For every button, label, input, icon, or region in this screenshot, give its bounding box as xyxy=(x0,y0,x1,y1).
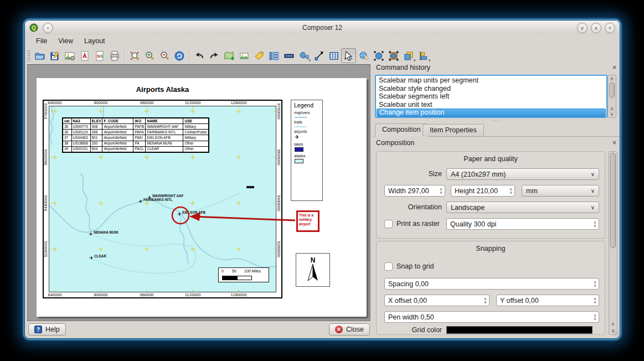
scroll-up-icon[interactable]: ∧ xyxy=(608,76,616,81)
minimize-button[interactable]: ∨ xyxy=(577,23,588,33)
scroll-up-icon[interactable]: ∧ xyxy=(608,106,616,111)
composer-canvas[interactable]: Airports Alaska xyxy=(27,64,370,321)
menu-view[interactable]: View xyxy=(53,36,79,46)
table-header-cell: ELEV xyxy=(90,118,102,124)
north-label: N xyxy=(311,256,316,264)
refresh-icon[interactable] xyxy=(172,48,187,63)
command-history-item[interactable]: Scalebar segments left xyxy=(377,92,606,101)
splitter-handle[interactable]: ··· xyxy=(373,118,620,123)
zoom-full-icon[interactable] xyxy=(127,48,142,63)
export-svg-icon[interactable]: SG xyxy=(92,48,107,63)
y-offset-spinner[interactable]: Y offset 0,00∧∨ xyxy=(496,295,599,306)
print-icon[interactable] xyxy=(107,48,122,63)
zoom-in-icon[interactable] xyxy=(142,48,157,63)
annotation-item[interactable]: This is a military airport xyxy=(296,210,320,232)
zoom-out-icon[interactable] xyxy=(157,48,172,63)
table-header-cell: cat xyxy=(63,118,71,124)
table-row: 35US99779408Airport/AirfieldPAFBWAINWRIG… xyxy=(63,124,209,130)
units-select[interactable]: mm∨ xyxy=(522,185,599,197)
command-history-item[interactable]: Scalebar style changed xyxy=(377,85,606,93)
grid-color-button[interactable] xyxy=(446,326,593,334)
menu-file[interactable]: File xyxy=(30,36,53,46)
scrollbar-thumb[interactable] xyxy=(609,82,615,98)
command-history-list[interactable]: Scalebar map units per segmentScalebar s… xyxy=(375,75,607,118)
print-as-raster-checkbox[interactable] xyxy=(384,220,393,228)
lakes-symbol-icon xyxy=(295,147,303,152)
add-scalebar-icon[interactable] xyxy=(281,48,296,63)
command-history-item[interactable]: Change item position xyxy=(377,109,606,117)
composition-panel-scrollbar[interactable]: ∧ ∨ xyxy=(609,151,617,335)
coordinate-label: 5440000 xyxy=(276,192,281,214)
tab-item-properties[interactable]: Item Properties xyxy=(423,124,484,136)
spinner-arrows-icon: ∧∨ xyxy=(509,188,513,194)
add-shape-icon[interactable]: ∨ xyxy=(296,48,311,63)
table-row: 37US49463501Airport/AirfieldPAEIEIELSON … xyxy=(63,135,209,141)
redo-icon[interactable] xyxy=(207,48,221,63)
spinner-arrows-icon: ∧∨ xyxy=(440,188,444,194)
scrollbar-thumb[interactable] xyxy=(610,153,616,248)
coordinate-label: 1280000 xyxy=(228,293,250,297)
snap-to-grid-checkbox[interactable] xyxy=(384,262,393,271)
add-legend-icon[interactable] xyxy=(266,48,281,63)
north-arrow-left-half xyxy=(308,264,313,281)
command-history-item[interactable]: Scalebar map units per segment xyxy=(377,76,606,85)
move-item-content-icon[interactable] xyxy=(356,48,371,63)
close-dialog-button[interactable]: ✕ Close xyxy=(329,323,370,336)
group-items-icon[interactable] xyxy=(371,48,386,63)
command-history-item[interactable]: Scalebar unit text xyxy=(377,101,606,109)
add-map-icon[interactable] xyxy=(221,48,236,63)
scalebar-segment-white xyxy=(237,276,252,280)
paper-size-select[interactable]: A4 (210x297 mm)∨ xyxy=(446,168,599,180)
menu-layout[interactable]: Layout xyxy=(79,36,111,46)
add-image-icon[interactable] xyxy=(236,48,251,63)
paper-width-spinner[interactable]: Width 297,00∧∨ xyxy=(384,185,445,197)
titlebar[interactable]: Q Composer 12 ∨ ∧ × xyxy=(25,20,620,35)
coordinate-label: 960000 xyxy=(136,293,158,297)
undo-icon[interactable] xyxy=(192,48,207,63)
x-offset-spinner[interactable]: X offset 0,00∧∨ xyxy=(384,295,490,306)
ungroup-items-icon[interactable] xyxy=(386,48,401,63)
coordinate-label: 5600000 xyxy=(44,146,48,168)
command-history-scrollbar[interactable]: ∧ ∧ ∨ xyxy=(607,75,616,118)
resize-grip[interactable] xyxy=(614,331,619,337)
airport-marker-icon: ✈ xyxy=(89,255,94,261)
maximize-button[interactable]: ∧ xyxy=(591,23,601,33)
window-menu-button[interactable] xyxy=(43,23,53,33)
map-title-label[interactable]: Airports Alaska xyxy=(43,85,282,94)
save-template-icon[interactable] xyxy=(47,48,62,63)
export-image-icon[interactable] xyxy=(62,48,77,63)
paper-and-quality-group: Paper and quality Size A4 (210x297 mm)∨ … xyxy=(376,151,605,239)
orientation-select[interactable]: Landscape∨ xyxy=(446,202,599,213)
paper-height-spinner[interactable]: Height 210,00∧∨ xyxy=(451,185,515,197)
close-button[interactable]: × xyxy=(605,23,615,33)
majrivers-symbol-icon xyxy=(295,117,307,118)
airports-attribute-table[interactable]: catNA3ELEVF_CODEIKONAMEUSE 35US99779408A… xyxy=(62,117,209,153)
align-items-icon[interactable]: ∨ xyxy=(416,48,431,63)
export-pdf-icon[interactable] xyxy=(77,48,92,63)
spacing-spinner[interactable]: Spacing 0,00∧∨ xyxy=(384,278,599,290)
open-template-icon[interactable] xyxy=(32,48,47,63)
table-header-cell: IKO xyxy=(133,118,146,124)
quality-spinner[interactable]: Quality 300 dpi∧∨ xyxy=(446,218,599,230)
add-label-icon[interactable] xyxy=(251,48,266,63)
raise-items-icon[interactable]: ∨ xyxy=(401,48,416,63)
composition-panel-close-icon[interactable]: × xyxy=(612,140,616,146)
toolbar-drag-handle[interactable] xyxy=(27,50,30,62)
legend-item[interactable]: Legend majriverstrailsairports✈lakesalas… xyxy=(291,100,323,201)
add-table-icon[interactable] xyxy=(326,48,341,63)
scroll-down-icon[interactable]: ∨ xyxy=(608,111,616,117)
scalebar-item[interactable]: 0 50 100 Miles xyxy=(218,267,269,282)
legend-entry: alaska xyxy=(294,154,320,163)
composition-page[interactable]: Airports Alaska xyxy=(37,78,367,317)
chevron-down-icon: ∨ xyxy=(591,171,595,177)
command-history-close-icon[interactable]: × xyxy=(612,64,616,71)
add-arrow-icon[interactable] xyxy=(311,48,326,63)
pen-width-spinner[interactable]: Pen width 0,50∧∨ xyxy=(384,311,599,323)
scroll-up-icon[interactable]: ∧ xyxy=(609,321,617,327)
table-header-cell: USE xyxy=(183,118,209,124)
select-move-item-icon[interactable] xyxy=(341,48,356,63)
north-arrow-item[interactable]: N xyxy=(296,253,330,287)
tab-composition[interactable]: Composition xyxy=(375,123,427,136)
panel-tabs: Composition Item Properties xyxy=(373,123,620,137)
help-button[interactable]: ? Help xyxy=(28,323,66,336)
